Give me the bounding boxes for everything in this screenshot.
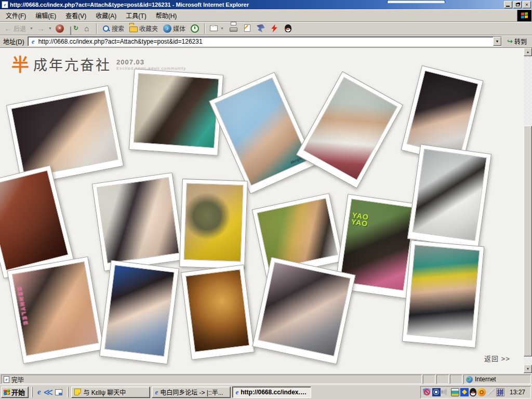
address-input[interactable]: e http://0668.cc/index.php?act=Attach&ty… xyxy=(28,36,502,46)
volume-icon[interactable] xyxy=(442,388,450,396)
media-icon: ♪ xyxy=(163,24,171,33)
menu-help[interactable]: 帮助(H) xyxy=(151,9,182,21)
address-url[interactable]: http://0668.cc/index.php?act=Attach&type… xyxy=(38,38,493,45)
status-pane-2 xyxy=(436,375,449,384)
page-content: 半 成年亢奋社 2007.03 Excited semi-adult commu… xyxy=(0,48,524,373)
ie-favicon: e xyxy=(30,38,37,45)
forward-button[interactable]: → xyxy=(35,24,47,33)
back-button[interactable]: ← 后退 xyxy=(2,23,28,34)
address-label: 地址(D) xyxy=(2,37,28,46)
photo-hand-on-forehead xyxy=(252,257,356,365)
scroll-up-button[interactable]: ▲ xyxy=(524,48,532,56)
system-tray: 拼 13:27 xyxy=(420,386,531,398)
photo-earphones-sky: MengXin xyxy=(209,72,316,194)
scroll-down-button[interactable]: ▼ xyxy=(524,365,532,373)
menu-favorites[interactable]: 收藏(A) xyxy=(91,9,121,21)
ie-task-icon: e xyxy=(235,388,238,396)
messenger-tray-icon[interactable] xyxy=(460,388,469,396)
go-button[interactable]: ↪ 转到 xyxy=(505,36,530,46)
windows-flag-icon xyxy=(521,12,528,19)
back-dropdown[interactable]: ▼ xyxy=(29,26,34,30)
vertical-scrollbar[interactable]: ▲ ▼ xyxy=(524,48,532,373)
search-button[interactable]: 搜索 xyxy=(100,23,126,34)
ie-task-icon: e xyxy=(155,388,158,396)
forward-dropdown[interactable]: ▼ xyxy=(48,26,52,30)
flashget-button[interactable] xyxy=(255,23,267,34)
task-current-window[interactable]: e http://0668.cc/index.php... xyxy=(232,387,311,398)
menu-edit[interactable]: 编辑(E) xyxy=(31,9,61,21)
menu-tools[interactable]: 工具(T) xyxy=(121,9,151,21)
photo-headband-store xyxy=(402,240,485,348)
favorites-button[interactable]: 收藏夹 xyxy=(127,23,160,34)
windows-logo-throbber xyxy=(517,10,531,21)
photo-yaoyao-pink-label: YAO YAO xyxy=(351,212,374,229)
stop-button[interactable]: × xyxy=(54,23,66,34)
logo-date: 2007.03 xyxy=(116,58,186,66)
edit-button[interactable] xyxy=(241,23,254,34)
logo-name: 成年亢奋社 xyxy=(33,56,111,75)
quick-launch-arrow-icon[interactable]: ≪ xyxy=(43,388,53,397)
start-button[interactable]: 开始 xyxy=(1,387,29,398)
download-flash-button[interactable] xyxy=(268,23,281,34)
history-button[interactable] xyxy=(189,23,201,34)
restore-icon xyxy=(516,3,520,6)
ie-page-icon: e xyxy=(2,1,8,8)
back-label: 后退 xyxy=(14,24,26,33)
start-label: 开始 xyxy=(11,387,25,397)
refresh-icon xyxy=(72,24,81,33)
start-windows-flag-icon xyxy=(4,389,9,394)
qq-toolbar-button[interactable] xyxy=(282,23,294,34)
close-button[interactable]: × xyxy=(523,1,531,8)
internet-zone-icon xyxy=(466,376,473,383)
home-icon: ⌂ xyxy=(83,24,91,33)
search-label: 搜索 xyxy=(112,24,124,33)
mail-button[interactable]: ▼ xyxy=(208,23,227,34)
photo-girl-finger-eye xyxy=(6,85,124,185)
photo-kennylee: KENNYLEE xyxy=(7,257,104,364)
logo-mark: 半 xyxy=(11,56,29,74)
minimize-icon xyxy=(506,6,510,7)
media-label: 媒体 xyxy=(173,24,185,33)
favorites-icon xyxy=(129,26,138,32)
flashget-icon xyxy=(257,24,265,33)
printer-tray-icon[interactable] xyxy=(451,388,459,396)
photo-girl-pale-face xyxy=(92,172,184,271)
back-link[interactable]: 返回 >> xyxy=(484,353,510,363)
address-dropdown[interactable]: ▼ xyxy=(493,37,501,46)
task-messenger-chat[interactable]: 与 Kεllψ 聊天中 xyxy=(71,387,150,398)
media-button[interactable]: ♪ 媒体 xyxy=(161,23,188,34)
network-signal-icon[interactable] xyxy=(432,388,441,396)
menu-file[interactable]: 文件(F) xyxy=(1,9,31,21)
title-bar[interactable]: e http://0668.cc/index.php?act=Attach&ty… xyxy=(0,0,532,9)
print-button[interactable] xyxy=(228,23,240,34)
stop-icon: × xyxy=(56,24,64,33)
photo-sepia-glasses xyxy=(181,264,255,360)
qq-penguin-icon xyxy=(285,24,291,32)
desktop: e http://0668.cc/index.php?act=Attach&ty… xyxy=(0,0,532,399)
edit-icon xyxy=(244,24,250,32)
mail-icon xyxy=(210,25,218,31)
refresh-button[interactable] xyxy=(67,23,79,34)
status-pane-3 xyxy=(450,375,462,384)
antivirus-shield-icon[interactable] xyxy=(423,388,431,396)
quick-launch-ie-icon[interactable]: e xyxy=(37,388,41,396)
taskbar: 开始 e ≪ 与 Kεllψ 聊天中 e 电白同乡论坛 -> |::半... e… xyxy=(0,384,532,399)
menu-bar: 文件(F) 编辑(E) 查看(V) 收藏(A) 工具(T) 帮助(H) xyxy=(0,9,532,22)
scrollbar-thumb[interactable] xyxy=(524,126,532,356)
photo-white-tank-camera xyxy=(407,144,491,248)
restore-button[interactable] xyxy=(513,1,522,8)
photo-teal-shirt-wings xyxy=(129,69,223,156)
media-agent-icon[interactable] xyxy=(477,388,486,396)
standard-toolbar: ← 后退 ▼ → ▼ × ⌂ 搜索 收藏夹 ♪ 媒体 xyxy=(0,22,532,35)
mail-dropdown[interactable]: ▼ xyxy=(220,26,224,30)
qq-tray-icon[interactable] xyxy=(470,388,476,396)
pen-input-icon[interactable] xyxy=(487,388,495,396)
home-button[interactable]: ⌂ xyxy=(81,23,93,34)
quick-launch: e ≪ xyxy=(35,388,64,397)
task-forum-window[interactable]: e 电白同乡论坛 -> |::半... xyxy=(152,387,231,398)
show-desktop-icon[interactable] xyxy=(55,389,62,395)
minimize-button[interactable] xyxy=(504,1,512,8)
menu-view[interactable]: 查看(V) xyxy=(61,9,91,21)
search-icon xyxy=(102,24,110,33)
pinyin-input-icon[interactable]: 拼 xyxy=(496,388,504,396)
